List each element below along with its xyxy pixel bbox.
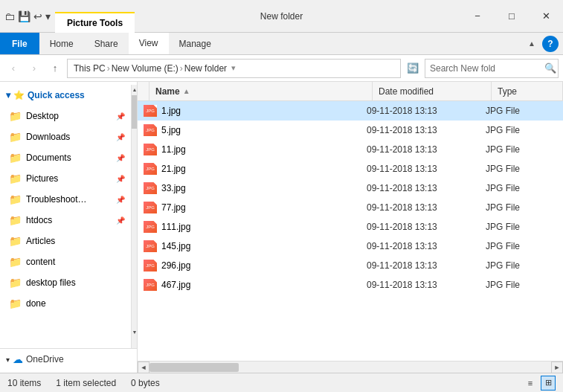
file-date-cell: 09-11-2018 13:13 <box>361 241 480 251</box>
sidebar-item-desktop-files[interactable]: 📁 desktop files <box>0 272 131 293</box>
expand-icon-onedrive: ▾ <box>6 356 10 364</box>
jpg-file-icon: JPG <box>144 221 157 233</box>
table-row[interactable]: JPG 111.jpg 09-11-2018 13:13 JPG File <box>138 217 563 237</box>
sidebar-documents-label: Documents <box>26 152 110 163</box>
pin-icon-htdocs: 📌 <box>116 216 125 225</box>
file-name-text: 5.jpg <box>161 125 181 135</box>
jpg-file-icon: JPG <box>144 260 157 271</box>
table-row[interactable]: JPG 145.jpg 09-11-2018 13:13 JPG File <box>138 237 563 256</box>
ribbon-tabs: File Home Share View Manage ▲ ? <box>0 33 563 55</box>
file-name-text: 1.jpg <box>161 106 181 116</box>
hscroll-thumb[interactable] <box>149 363 239 372</box>
sidebar-scroll-down-button[interactable] <box>132 318 137 327</box>
back-button[interactable]: ‹ <box>4 60 22 77</box>
tab-file[interactable]: File <box>0 33 39 54</box>
search-input[interactable] <box>430 63 541 74</box>
table-row[interactable]: JPG 21.jpg 09-11-2018 13:13 JPG File <box>138 159 563 179</box>
file-type-cell: JPG File <box>480 202 563 213</box>
sidebar-item-content[interactable]: 📁 content <box>0 251 131 272</box>
sidebar-scroll-thumb[interactable] <box>132 95 137 129</box>
pin-icon-documents: 📌 <box>116 154 125 162</box>
file-type-cell: JPG File <box>480 144 563 155</box>
hscroll-track[interactable] <box>149 362 551 373</box>
status-size: 0 bytes <box>131 378 160 388</box>
close-button[interactable]: ✕ <box>529 0 563 32</box>
file-type-cell: JPG File <box>480 260 563 271</box>
path-new-folder[interactable]: New folder <box>184 63 227 74</box>
hscroll-left-button[interactable]: ◄ <box>138 362 149 373</box>
up-button[interactable]: ↑ <box>46 60 64 77</box>
sidebar-scroll-up-button[interactable]: ▲ <box>132 85 137 94</box>
file-date-cell: 09-11-2018 13:13 <box>361 260 480 271</box>
col-header-name[interactable]: Name ▲ <box>149 82 373 100</box>
folder-icon-pictures: 📁 <box>9 173 22 184</box>
tab-home[interactable]: Home <box>39 33 84 54</box>
table-row[interactable]: JPG 467.jpg 09-11-2018 13:13 JPG File <box>138 275 563 295</box>
ribbon-collapse-button[interactable]: ▲ <box>524 36 539 51</box>
tab-share[interactable]: Share <box>84 33 129 54</box>
table-row[interactable]: JPG 5.jpg 09-11-2018 13:13 JPG File <box>138 121 563 140</box>
col-header-type[interactable]: Type <box>492 82 563 100</box>
file-name-cell: JPG 296.jpg <box>138 260 361 271</box>
view-list-button[interactable]: ⊞ <box>541 376 556 391</box>
main-area: ▾ ⭐ Quick access 📁 Desktop 📌 📁 Downloads… <box>0 82 563 373</box>
sidebar-quick-access-header[interactable]: ▾ ⭐ Quick access <box>0 85 131 106</box>
tab-manage[interactable]: Manage <box>169 33 222 54</box>
forward-button[interactable]: › <box>25 60 43 77</box>
file-name-text: 467.jpg <box>161 280 190 290</box>
tab-view[interactable]: View <box>129 33 169 54</box>
horizontal-scrollbar: ◄ ► <box>138 361 563 373</box>
file-type-cell: JPG File <box>480 125 563 135</box>
file-name-text: 33.jpg <box>161 183 186 193</box>
path-this-pc[interactable]: This PC <box>74 63 106 74</box>
search-icon[interactable]: 🔍 <box>544 62 556 74</box>
jpg-file-icon: JPG <box>144 182 157 194</box>
title-bar-controls: − □ ✕ <box>460 0 563 32</box>
jpg-file-icon: JPG <box>144 163 157 175</box>
save-icon[interactable]: 💾 <box>18 10 30 22</box>
sidebar-item-onedrive[interactable]: ▾ ☁ OneDrive <box>0 349 137 370</box>
path-dropdown-chevron[interactable]: ▾ <box>231 63 236 73</box>
jpg-file-icon: JPG <box>144 124 157 136</box>
help-button[interactable]: ? <box>542 36 559 52</box>
maximize-button[interactable]: □ <box>495 0 529 32</box>
dropdown-arrow[interactable]: ▾ <box>45 10 51 22</box>
search-box[interactable]: 🔍 <box>425 59 559 78</box>
refresh-button[interactable]: 🔄 <box>404 60 422 77</box>
sidebar-content-label: content <box>26 257 125 267</box>
sidebar-item-documents[interactable]: 📁 Documents 📌 <box>0 147 131 168</box>
sidebar-item-htdocs[interactable]: 📁 htdocs 📌 <box>0 210 131 231</box>
pin-icon-downloads: 📌 <box>116 133 125 141</box>
system-icon[interactable]: 🗀 <box>4 10 15 22</box>
sort-arrow-name: ▲ <box>183 87 190 95</box>
address-path[interactable]: This PC › New Volume (E:) › New folder ▾ <box>67 59 401 78</box>
table-row[interactable]: JPG 77.jpg 09-11-2018 13:13 JPG File <box>138 198 563 217</box>
folder-icon-htdocs: 📁 <box>9 214 22 226</box>
hscroll-right-button[interactable]: ► <box>551 362 563 373</box>
table-row[interactable]: JPG 33.jpg 09-11-2018 13:13 JPG File <box>138 179 563 198</box>
sidebar-scroll-down-arrow[interactable]: ▼ <box>132 327 137 336</box>
sidebar-item-troubleshoot[interactable]: 📁 Troubleshoot… 📌 <box>0 189 131 210</box>
table-row[interactable]: JPG 296.jpg 09-11-2018 13:13 JPG File <box>138 256 563 275</box>
col-date-label: Date modified <box>379 86 434 97</box>
minimize-button[interactable]: − <box>460 0 495 32</box>
status-selection: 1 item selected <box>56 378 116 388</box>
table-row[interactable]: JPG 1.jpg 09-11-2018 13:13 JPG File <box>138 101 563 121</box>
sidebar-item-done[interactable]: 📁 done <box>0 293 131 314</box>
sidebar-item-downloads[interactable]: 📁 Downloads 📌 <box>0 126 131 147</box>
file-name-cell: JPG 21.jpg <box>138 163 361 175</box>
sidebar-item-articles[interactable]: 📁 Articles <box>0 231 131 251</box>
file-name-text: 11.jpg <box>161 144 186 155</box>
col-header-date[interactable]: Date modified <box>373 82 492 100</box>
file-name-cell: JPG 11.jpg <box>138 144 361 155</box>
picture-tools-tab[interactable]: Picture Tools <box>55 12 135 33</box>
view-details-button[interactable]: ≡ <box>523 376 538 391</box>
sidebar-item-desktop[interactable]: 📁 Desktop 📌 <box>0 106 131 126</box>
undo-icon[interactable]: ↩ <box>33 10 42 22</box>
title-bar-tabs: Picture Tools <box>55 0 460 32</box>
sidebar-item-pictures[interactable]: 📁 Pictures 📌 <box>0 168 131 189</box>
pin-icon-troubleshoot: 📌 <box>116 196 125 204</box>
table-row[interactable]: JPG 11.jpg 09-11-2018 13:13 JPG File <box>138 140 563 159</box>
path-new-volume[interactable]: New Volume (E:) <box>112 63 178 74</box>
path-sep-2: › <box>180 63 183 74</box>
